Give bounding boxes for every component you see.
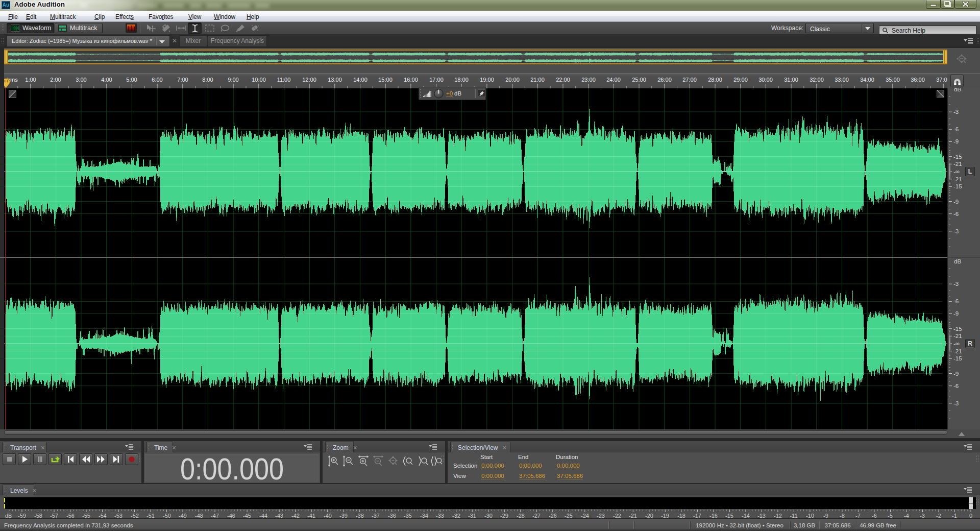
svg-text:-15: -15 [953,154,962,160]
svg-text:-21: -21 [953,161,962,167]
svg-text:-∞: -∞ [953,168,960,175]
svg-text:-9: -9 [953,199,959,205]
svg-text:-21: -21 [953,176,962,182]
svg-text:-9: -9 [953,310,959,317]
svg-text:-3: -3 [953,228,959,234]
svg-text:-21: -21 [953,333,962,339]
svg-text:-15: -15 [953,355,962,361]
svg-text:-6: -6 [953,126,959,132]
svg-text:-∞: -∞ [953,341,960,347]
svg-text:-15: -15 [953,183,962,189]
svg-text:-6: -6 [953,211,959,217]
svg-text:-9: -9 [953,371,959,377]
svg-text:dB: dB [954,88,961,92]
svg-text:-21: -21 [953,348,962,354]
svg-text:-15: -15 [953,326,962,332]
svg-text:-3: -3 [953,109,959,115]
svg-text:dB: dB [954,258,961,264]
svg-text:-3: -3 [953,281,959,287]
svg-text:-6: -6 [953,298,959,304]
svg-text:-6: -6 [953,383,959,389]
svg-text:-9: -9 [953,138,959,144]
svg-text:-3: -3 [953,400,959,406]
